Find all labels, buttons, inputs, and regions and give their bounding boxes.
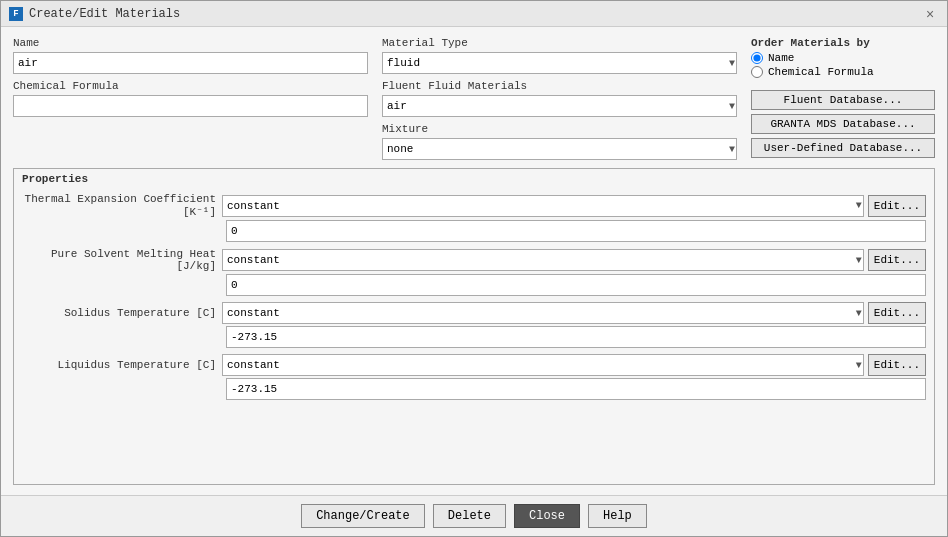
mixture-select[interactable]: none — [382, 138, 737, 160]
name-field-group: Name — [13, 37, 368, 74]
prop-method-select-wrapper-1: constant ▼ — [222, 195, 864, 217]
properties-header: Properties — [14, 169, 934, 189]
order-name-radio-label: Name — [768, 52, 794, 64]
material-type-select-wrapper: fluid solid mixture ▼ — [382, 52, 737, 74]
prop-edit-button-3[interactable]: Edit... — [868, 302, 926, 324]
main-content: Name Chemical Formula Material Type flui… — [1, 27, 947, 495]
fluent-database-button[interactable]: Fluent Database... — [751, 90, 935, 110]
close-button[interactable]: Close — [514, 504, 580, 528]
fluent-fluid-select[interactable]: air — [382, 95, 737, 117]
prop-label-2: Pure Solvent Melting Heat [J/kg] — [22, 248, 222, 272]
prop-value-input-3[interactable] — [226, 326, 926, 348]
prop-method-select-1[interactable]: constant — [222, 195, 864, 217]
mixture-label: Mixture — [382, 123, 737, 135]
order-chemical-radio[interactable] — [751, 66, 763, 78]
order-name-radio-item[interactable]: Name — [751, 52, 935, 64]
app-icon: F — [9, 7, 23, 21]
material-type-select[interactable]: fluid solid mixture — [382, 52, 737, 74]
fluent-fluid-label: Fluent Fluid Materials — [382, 80, 737, 92]
order-chemical-radio-item[interactable]: Chemical Formula — [751, 66, 935, 78]
property-value-row-3 — [22, 326, 926, 348]
property-value-row-1 — [22, 220, 926, 242]
prop-method-select-3[interactable]: constant — [222, 302, 864, 324]
form-grid: Name Chemical Formula Material Type flui… — [13, 37, 935, 160]
chemical-formula-field-group: Chemical Formula — [13, 80, 368, 117]
order-radio-group: Name Chemical Formula — [751, 52, 935, 78]
property-value-row-4 — [22, 378, 926, 400]
title-bar: F Create/Edit Materials × — [1, 1, 947, 27]
prop-edit-button-1[interactable]: Edit... — [868, 195, 926, 217]
change-create-button[interactable]: Change/Create — [301, 504, 425, 528]
prop-method-select-wrapper-4: constant ▼ — [222, 354, 864, 376]
chemical-formula-input[interactable] — [13, 95, 368, 117]
property-value-row-2 — [22, 274, 926, 296]
prop-label-3: Solidus Temperature [C] — [22, 307, 222, 319]
properties-scroll[interactable]: Thermal Expansion Coefficient [K⁻¹] cons… — [14, 189, 934, 484]
help-button[interactable]: Help — [588, 504, 647, 528]
name-label: Name — [13, 37, 368, 49]
left-column: Name Chemical Formula — [13, 37, 368, 160]
property-row-ctrl-4: Liquidus Temperature [C] constant ▼ Edit… — [22, 354, 926, 376]
window-close-button[interactable]: × — [921, 5, 939, 23]
property-row-ctrl-1: Thermal Expansion Coefficient [K⁻¹] cons… — [22, 193, 926, 218]
property-entry-solidus-temp: Solidus Temperature [C] constant ▼ Edit.… — [22, 302, 926, 348]
chemical-formula-label: Chemical Formula — [13, 80, 368, 92]
dialog-title: Create/Edit Materials — [29, 7, 180, 21]
material-type-field-group: Material Type fluid solid mixture ▼ — [382, 37, 737, 74]
bottom-bar: Change/Create Delete Close Help — [1, 495, 947, 536]
user-database-button[interactable]: User-Defined Database... — [751, 138, 935, 158]
fluent-fluid-field-group: Fluent Fluid Materials air ▼ — [382, 80, 737, 117]
order-section: Order Materials by Name Chemical Formula — [751, 37, 935, 78]
right-column: Order Materials by Name Chemical Formula — [751, 37, 935, 160]
property-row-ctrl-2: Pure Solvent Melting Heat [J/kg] constan… — [22, 248, 926, 272]
prop-value-input-1[interactable] — [226, 220, 926, 242]
prop-method-select-wrapper-2: constant ▼ — [222, 249, 864, 271]
order-label: Order Materials by — [751, 37, 935, 49]
granta-database-button[interactable]: GRANTA MDS Database... — [751, 114, 935, 134]
prop-label-4: Liquidus Temperature [C] — [22, 359, 222, 371]
mixture-select-wrapper: none ▼ — [382, 138, 737, 160]
mixture-field-group: Mixture none ▼ — [382, 123, 737, 160]
prop-label-1: Thermal Expansion Coefficient [K⁻¹] — [22, 193, 222, 218]
order-chemical-radio-label: Chemical Formula — [768, 66, 874, 78]
order-name-radio[interactable] — [751, 52, 763, 64]
property-entry-liquidus-temp: Liquidus Temperature [C] constant ▼ Edit… — [22, 354, 926, 400]
properties-section: Properties Thermal Expansion Coefficient… — [13, 168, 935, 485]
property-row-ctrl-3: Solidus Temperature [C] constant ▼ Edit.… — [22, 302, 926, 324]
name-input[interactable] — [13, 52, 368, 74]
material-type-label: Material Type — [382, 37, 737, 49]
prop-value-input-2[interactable] — [226, 274, 926, 296]
middle-column: Material Type fluid solid mixture ▼ Flue… — [382, 37, 737, 160]
prop-method-select-4[interactable]: constant — [222, 354, 864, 376]
prop-method-select-2[interactable]: constant — [222, 249, 864, 271]
create-edit-materials-dialog: F Create/Edit Materials × Name Chemical … — [0, 0, 948, 537]
properties-list: Thermal Expansion Coefficient [K⁻¹] cons… — [22, 193, 926, 406]
database-buttons: Fluent Database... GRANTA MDS Database..… — [751, 90, 935, 158]
property-entry-thermal-expansion: Thermal Expansion Coefficient [K⁻¹] cons… — [22, 193, 926, 242]
prop-edit-button-4[interactable]: Edit... — [868, 354, 926, 376]
fluent-fluid-select-wrapper: air ▼ — [382, 95, 737, 117]
prop-method-select-wrapper-3: constant ▼ — [222, 302, 864, 324]
prop-value-input-4[interactable] — [226, 378, 926, 400]
title-bar-left: F Create/Edit Materials — [9, 7, 180, 21]
property-entry-melting-heat: Pure Solvent Melting Heat [J/kg] constan… — [22, 248, 926, 296]
delete-button[interactable]: Delete — [433, 504, 506, 528]
prop-edit-button-2[interactable]: Edit... — [868, 249, 926, 271]
